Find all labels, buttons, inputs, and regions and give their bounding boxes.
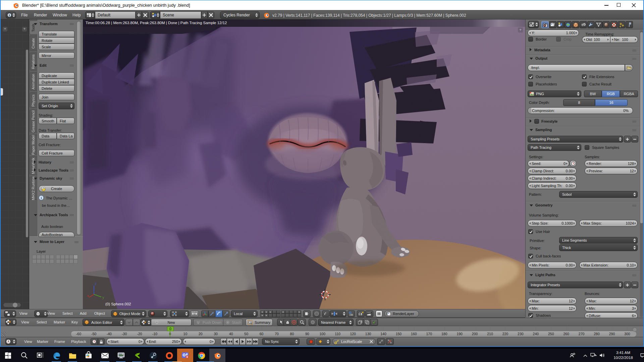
svg-text:i: i: [41, 196, 42, 200]
svg-text:i: i: [9, 13, 10, 17]
